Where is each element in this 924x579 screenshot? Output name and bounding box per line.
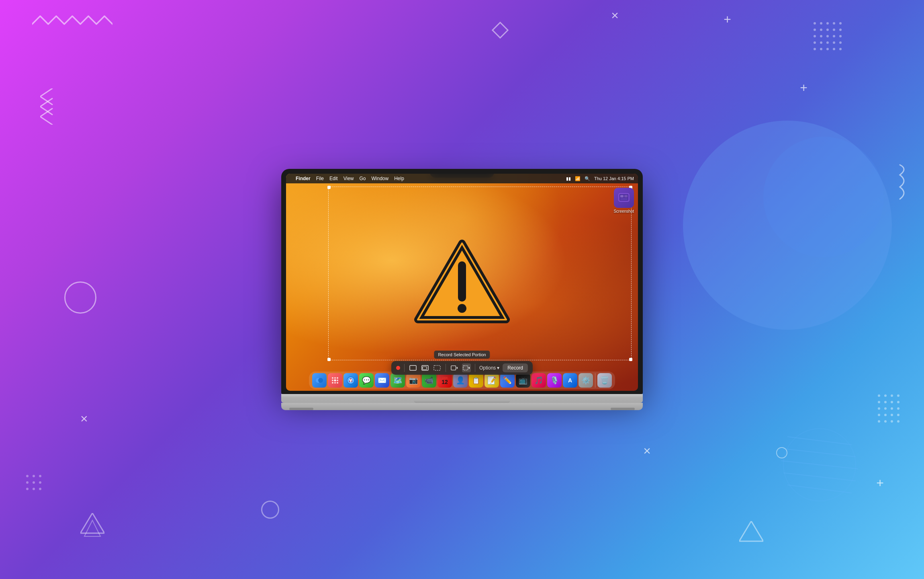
macbook-foot-right xyxy=(611,408,635,410)
svg-point-88 xyxy=(332,382,333,384)
screenshot-toolbar[interactable]: Options ▾ Record xyxy=(391,361,533,375)
toolbar-screenshot-portion[interactable] xyxy=(433,363,442,372)
dock-messages[interactable]: 💬 xyxy=(359,373,374,388)
menubar-edit[interactable]: Edit xyxy=(329,176,338,181)
dock-safari[interactable] xyxy=(343,373,358,388)
menubar-wifi: 📶 xyxy=(575,176,581,181)
svg-point-56 xyxy=(39,481,41,484)
cross-icon-top: × xyxy=(611,8,619,23)
desktop-icon-label: Screenshot xyxy=(613,209,634,214)
svg-point-28 xyxy=(826,48,829,50)
macbook-base xyxy=(281,403,643,410)
menubar-window[interactable]: Window xyxy=(372,176,389,181)
svg-point-46 xyxy=(897,414,899,416)
svg-point-39 xyxy=(878,407,880,410)
dock-reminders[interactable]: 📋 xyxy=(469,373,483,388)
circle-outline-bottom xyxy=(261,501,279,519)
dock-notes[interactable]: 📝 xyxy=(484,373,499,388)
menubar-left: Finder File Edit View Go Window Help xyxy=(290,176,560,181)
menubar-view[interactable]: View xyxy=(343,176,354,181)
plus-icon-mid-right: + xyxy=(800,80,807,95)
macos-desktop: Finder File Edit View Go Window Help ▮▮ … xyxy=(286,174,638,391)
record-dot-icon[interactable] xyxy=(396,366,400,370)
svg-point-35 xyxy=(878,401,880,403)
dock-appstore[interactable]: A xyxy=(563,373,577,388)
svg-point-51 xyxy=(26,475,29,477)
dock-mail[interactable]: ✉️ xyxy=(375,373,389,388)
svg-point-17 xyxy=(820,35,822,37)
macbook-screen: Finder File Edit View Go Window Help ▮▮ … xyxy=(286,174,638,391)
svg-rect-67 xyxy=(620,198,628,200)
toolbar-options-button[interactable]: Options ▾ xyxy=(479,365,499,371)
svg-point-27 xyxy=(820,48,822,50)
dock-trash[interactable]: 🗑️ xyxy=(597,373,612,388)
dock-photos[interactable]: 📷 xyxy=(406,373,421,388)
svg-point-43 xyxy=(878,414,880,416)
toolbar-record-full[interactable] xyxy=(450,363,459,372)
svg-point-20 xyxy=(839,35,842,37)
dock-freeform[interactable]: ✏️ xyxy=(500,373,515,388)
menubar-help[interactable]: Help xyxy=(394,176,404,181)
svg-marker-60 xyxy=(80,513,104,533)
svg-point-45 xyxy=(891,414,893,416)
macbook: Finder File Edit View Go Window Help ▮▮ … xyxy=(281,169,643,410)
svg-point-50 xyxy=(897,420,899,423)
menubar-go[interactable]: Go xyxy=(360,176,366,181)
menubar-file[interactable]: File xyxy=(316,176,324,181)
desktop-icon-screenshots[interactable]: Screenshot xyxy=(613,188,634,214)
svg-point-26 xyxy=(814,48,816,50)
dock-calendar[interactable]: JAN 12 xyxy=(437,373,452,388)
svg-point-53 xyxy=(39,475,41,477)
svg-point-9 xyxy=(833,22,835,25)
svg-point-14 xyxy=(833,29,835,31)
svg-point-71 xyxy=(458,304,466,313)
svg-point-23 xyxy=(826,41,829,44)
svg-line-3 xyxy=(781,461,858,469)
svg-point-59 xyxy=(39,488,41,490)
menubar-search[interactable]: 🔍 xyxy=(585,176,590,181)
svg-point-83 xyxy=(334,377,336,379)
svg-point-24 xyxy=(833,41,835,44)
svg-point-13 xyxy=(826,29,829,31)
svg-point-40 xyxy=(884,407,887,410)
svg-point-33 xyxy=(891,394,893,397)
svg-point-19 xyxy=(833,35,835,37)
toolbar-record-portion[interactable] xyxy=(462,363,471,372)
toolbar-separator-2 xyxy=(446,364,446,372)
svg-point-38 xyxy=(897,401,899,403)
svg-point-44 xyxy=(884,414,887,416)
toolbar-record-button[interactable]: Record xyxy=(503,363,528,372)
desktop-icon-image xyxy=(614,188,634,208)
svg-point-48 xyxy=(884,420,887,423)
svg-point-42 xyxy=(897,407,899,410)
svg-rect-65 xyxy=(620,195,623,197)
svg-point-86 xyxy=(334,380,336,382)
dock-system-settings[interactable]: ⚙️ xyxy=(579,373,593,388)
circle-dot-br xyxy=(776,447,787,458)
svg-rect-74 xyxy=(423,367,427,370)
dock-music[interactable]: 🎵 xyxy=(532,373,546,388)
macbook-bottom-chassis xyxy=(281,394,643,403)
dock-appletv[interactable]: 📺 xyxy=(516,373,530,388)
svg-point-41 xyxy=(891,407,893,410)
toolbar-screenshot-window[interactable] xyxy=(421,363,429,372)
svg-point-89 xyxy=(334,382,336,384)
svg-point-82 xyxy=(332,377,333,379)
menubar-finder[interactable]: Finder xyxy=(296,176,311,181)
svg-rect-75 xyxy=(434,365,440,370)
dock-facetime[interactable]: 📹 xyxy=(422,373,436,388)
macbook-feet xyxy=(281,408,643,410)
svg-line-5 xyxy=(787,485,852,493)
dock-launchpad[interactable] xyxy=(328,373,342,388)
svg-point-12 xyxy=(820,29,822,31)
dock-maps[interactable]: 🗺️ xyxy=(390,373,405,388)
svg-point-29 xyxy=(833,48,835,50)
dock-contacts[interactable]: 👤 xyxy=(453,373,468,388)
dock-podcasts[interactable]: 🎙️ xyxy=(547,373,562,388)
svg-point-85 xyxy=(332,380,333,381)
dock-finder[interactable] xyxy=(312,373,327,388)
plus-icon-bottom-right: + xyxy=(876,476,884,491)
svg-point-36 xyxy=(884,401,887,403)
toolbar-screenshot-full[interactable] xyxy=(409,363,417,372)
svg-point-22 xyxy=(820,41,822,44)
